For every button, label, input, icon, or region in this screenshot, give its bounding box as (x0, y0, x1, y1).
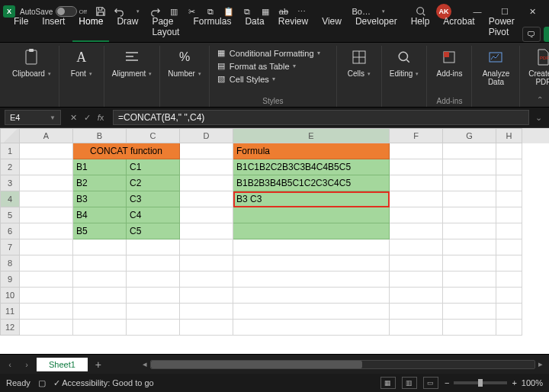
cell-G8[interactable] (443, 255, 496, 272)
menu-tab-data[interactable]: Data (239, 13, 270, 42)
paste-button[interactable]: Clipboard (11, 46, 53, 79)
fx-icon[interactable]: fx (95, 113, 107, 123)
cell-G5[interactable] (443, 207, 496, 223)
cell-D4[interactable] (180, 191, 233, 207)
cell-D3[interactable] (180, 175, 233, 191)
col-header-C[interactable]: C (127, 128, 180, 143)
cells-area[interactable]: CONCAT functionFormulaB1C1B1C1B2C2B3C3B4… (20, 143, 522, 336)
row-header-4[interactable]: 4 (0, 191, 20, 207)
cell-E9[interactable] (233, 272, 390, 288)
cell-G1[interactable] (443, 143, 496, 159)
cell-D9[interactable] (180, 272, 233, 288)
share-button[interactable] (544, 27, 549, 42)
format-as-table-button[interactable]: ▤Format as Table ▾ (216, 60, 330, 72)
row-header-2[interactable]: 2 (0, 159, 20, 175)
cell-C5[interactable]: C4 (127, 207, 180, 223)
cell-E12[interactable] (233, 320, 390, 336)
comments-button[interactable]: 🗨 (522, 27, 541, 42)
cell-F12[interactable] (390, 320, 443, 336)
cell-E8[interactable] (233, 255, 390, 272)
cell-A4[interactable] (20, 191, 73, 207)
cell-D1[interactable] (180, 143, 233, 159)
cell-D6[interactable] (180, 223, 233, 239)
cell-B1[interactable]: CONCAT function (73, 143, 180, 159)
macro-record-icon[interactable]: ▢ (38, 378, 46, 388)
cell-B10[interactable] (73, 288, 127, 304)
cell-H9[interactable] (496, 272, 522, 288)
cell-styles-button[interactable]: ▧Cell Styles ▾ (216, 73, 330, 85)
horizontal-scrollbar[interactable]: ◂ ▸ (140, 359, 546, 369)
add-sheet-button[interactable]: + (91, 358, 106, 371)
cell-G4[interactable] (443, 191, 496, 207)
alignment-button[interactable]: Alignment (111, 46, 153, 79)
cell-H10[interactable] (496, 288, 522, 304)
cell-D10[interactable] (180, 288, 233, 304)
page-break-view-icon[interactable]: ▭ (423, 377, 438, 389)
cell-B7[interactable] (73, 239, 127, 255)
cell-H7[interactable] (496, 239, 522, 255)
cell-A5[interactable] (20, 207, 73, 223)
cell-A11[interactable] (20, 304, 73, 320)
scroll-left-icon[interactable]: ◂ (140, 359, 150, 369)
cell-B11[interactable] (73, 304, 127, 320)
enter-formula-icon[interactable]: ✓ (81, 113, 93, 123)
cell-A3[interactable] (20, 175, 73, 191)
conditional-formatting-button[interactable]: ▦Conditional Formatting ▾ (216, 47, 330, 59)
cell-F7[interactable] (390, 239, 443, 255)
cell-C12[interactable] (127, 320, 180, 336)
cell-B8[interactable] (73, 255, 127, 272)
col-header-G[interactable]: G (443, 128, 496, 143)
accessibility-status[interactable]: ✓ Accessibility: Good to go (53, 378, 154, 388)
editing-button[interactable]: Editing (388, 46, 421, 79)
menu-tab-draw[interactable]: Draw (111, 13, 144, 42)
cell-G6[interactable] (443, 223, 496, 239)
row-header-9[interactable]: 9 (0, 272, 20, 288)
page-layout-view-icon[interactable]: ▥ (402, 377, 417, 389)
cell-C3[interactable]: C2 (127, 175, 180, 191)
zoom-in-icon[interactable]: + (512, 378, 516, 387)
cell-A1[interactable] (20, 143, 73, 159)
col-header-E[interactable]: E (233, 128, 390, 143)
row-header-8[interactable]: 8 (0, 255, 20, 272)
cell-H3[interactable] (496, 175, 522, 191)
cell-C7[interactable] (127, 239, 180, 255)
cell-F9[interactable] (390, 272, 443, 288)
menu-tab-insert[interactable]: Insert (36, 13, 71, 42)
cell-D8[interactable] (180, 255, 233, 272)
col-header-A[interactable]: A (20, 128, 73, 143)
formula-input[interactable]: =CONCAT(B4," ",C4) (113, 110, 529, 125)
cell-G9[interactable] (443, 272, 496, 288)
expand-formula-bar-icon[interactable]: ⌄ (532, 113, 544, 123)
cell-A6[interactable] (20, 223, 73, 239)
sheet-nav-next-icon[interactable]: › (20, 360, 34, 369)
cell-E5[interactable] (233, 207, 390, 223)
name-box-dropdown-icon[interactable]: ▼ (50, 114, 56, 121)
cell-G10[interactable] (443, 288, 496, 304)
cell-A12[interactable] (20, 320, 73, 336)
cell-C10[interactable] (127, 288, 180, 304)
row-header-3[interactable]: 3 (0, 175, 20, 191)
cells-button[interactable]: Cells (343, 46, 375, 79)
cell-B5[interactable]: B4 (73, 207, 127, 223)
cell-H2[interactable] (496, 159, 522, 175)
cell-C4[interactable]: C3 (127, 191, 180, 207)
font-button[interactable]: A Font (66, 46, 98, 79)
row-header-1[interactable]: 1 (0, 143, 20, 159)
cell-H5[interactable] (496, 207, 522, 223)
cell-E3[interactable]: B1B2B3B4B5C1C2C3C4C5 (233, 175, 390, 191)
cell-F5[interactable] (390, 207, 443, 223)
cell-B3[interactable]: B2 (73, 175, 127, 191)
row-header-12[interactable]: 12 (0, 320, 20, 336)
cell-A2[interactable] (20, 159, 73, 175)
cell-E1[interactable]: Formula (233, 143, 390, 159)
toggle-icon[interactable] (56, 6, 77, 17)
cell-C9[interactable] (127, 272, 180, 288)
cell-F8[interactable] (390, 255, 443, 272)
cell-G11[interactable] (443, 304, 496, 320)
cell-E10[interactable] (233, 288, 390, 304)
menu-tab-formulas[interactable]: Formulas (187, 13, 237, 42)
cell-D5[interactable] (180, 207, 233, 223)
cell-F10[interactable] (390, 288, 443, 304)
row-header-5[interactable]: 5 (0, 207, 20, 223)
row-header-10[interactable]: 10 (0, 288, 20, 304)
